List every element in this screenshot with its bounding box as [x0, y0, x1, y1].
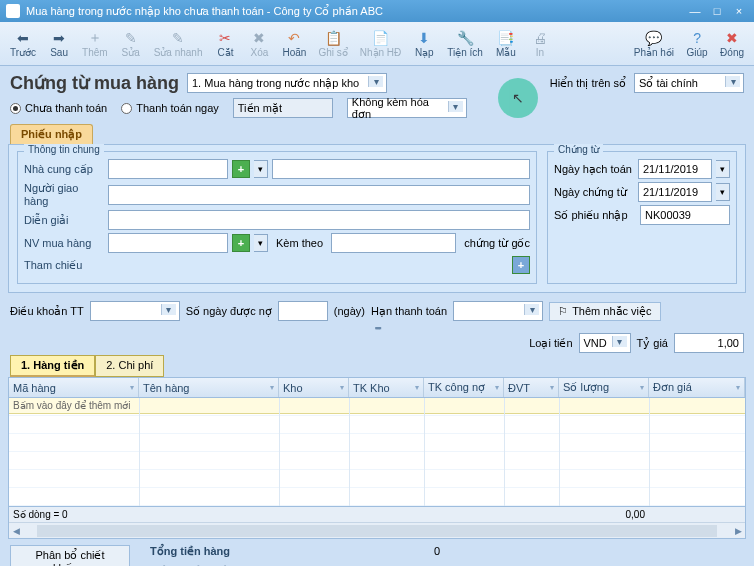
cursor-icon — [498, 78, 538, 118]
qty-sum: 0,00 — [559, 507, 649, 522]
buyer-add-button[interactable]: + — [232, 234, 250, 252]
write-button[interactable]: 📋Ghi sổ — [312, 27, 353, 60]
undo-button[interactable]: ↶Hoãn — [276, 27, 312, 60]
alloc-discount-button[interactable]: Phân bổ chiết khấu... — [10, 545, 130, 566]
voucher-no-input[interactable]: NK00039 — [640, 205, 730, 225]
acc-date-input[interactable]: 21/11/2019 — [638, 159, 712, 179]
row-count: Số dòng = 0 — [9, 507, 559, 522]
reminder-button[interactable]: ⚐Thêm nhắc việc — [549, 302, 660, 321]
prev-button[interactable]: ⬅Trước — [4, 27, 42, 60]
window-title: Mua hàng trong nước nhập kho chưa thanh … — [26, 5, 383, 18]
display-book-combo[interactable]: Sổ tài chính — [634, 73, 744, 93]
payment-method-field: Tiền mặt — [233, 98, 333, 118]
voucher-group: Chứng từ Ngày hạch toán 21/11/2019 ▾ Ngà… — [547, 151, 737, 284]
close-button[interactable]: ✖Đóng — [714, 27, 750, 60]
deliverer-input[interactable] — [108, 185, 530, 205]
currency-combo[interactable]: VND — [579, 333, 631, 353]
grid-body[interactable]: Bấm vào đây để thêm mới — [9, 398, 745, 506]
h-scrollbar[interactable]: ◀▶ — [9, 522, 745, 538]
app-icon — [6, 4, 20, 18]
doc-date-picker[interactable]: ▾ — [716, 183, 730, 201]
unpaid-radio[interactable]: Chưa thanh toán — [10, 102, 107, 115]
flag-icon: ⚐ — [558, 305, 568, 318]
supplier-add-button[interactable]: + — [232, 160, 250, 178]
cut-button[interactable]: ✂Cắt — [208, 27, 242, 60]
due-date-combo[interactable] — [453, 301, 543, 321]
util-button[interactable]: 🔧Tiện ích — [441, 27, 489, 60]
display-label: Hiển thị trên sổ — [550, 77, 626, 90]
supplier-dropdown[interactable]: ▾ — [254, 160, 268, 178]
tab-cost[interactable]: 2. Chi phí — [95, 355, 164, 377]
general-group: Thông tin chung Nhà cung cấp + ▾ Người g… — [17, 151, 537, 284]
buyer-input[interactable] — [108, 233, 228, 253]
supplier-code-input[interactable] — [108, 159, 228, 179]
terms-combo[interactable] — [90, 301, 180, 321]
buyer-dropdown[interactable]: ▾ — [254, 234, 268, 252]
template-button[interactable]: 📑Mẫu — [489, 27, 523, 60]
help-button[interactable]: ?Giúp — [680, 27, 714, 60]
ref-add-button[interactable]: + — [512, 256, 530, 274]
load-button[interactable]: ⬇Nạp — [407, 27, 441, 60]
supplier-name-input[interactable] — [272, 159, 530, 179]
add-row-placeholder[interactable]: Bấm vào đây để thêm mới — [9, 398, 745, 414]
delete-button[interactable]: ✖Xóa — [242, 27, 276, 60]
main-toolbar: ⬅Trước ➡Sau ＋Thêm ✎Sửa ✎Sửa nhanh ✂Cắt ✖… — [0, 22, 754, 66]
receive-button[interactable]: 📄Nhận HĐ — [354, 27, 408, 60]
invoice-combo[interactable]: Không kèm hóa đơn — [347, 98, 467, 118]
add-button[interactable]: ＋Thêm — [76, 27, 114, 60]
page-title: Chứng từ mua hàng — [10, 72, 179, 94]
doc-date-input[interactable]: 21/11/2019 — [638, 182, 712, 202]
feedback-button[interactable]: 💬Phản hồi — [628, 27, 680, 60]
edit-button[interactable]: ✎Sửa — [114, 27, 148, 60]
close-window-button[interactable]: × — [730, 4, 748, 18]
quickedit-button[interactable]: ✎Sửa nhanh — [148, 27, 209, 60]
days-input[interactable] — [278, 301, 328, 321]
items-grid: Mã hàng▾ Tên hàng▾ Kho▾ TK Kho▾ TK công … — [8, 377, 746, 539]
attach-input[interactable] — [331, 233, 456, 253]
entry-tab[interactable]: Phiếu nhập — [10, 124, 93, 144]
next-button[interactable]: ➡Sau — [42, 27, 76, 60]
maximize-button[interactable]: □ — [708, 4, 726, 18]
doc-type-combo[interactable]: 1. Mua hàng trong nước nhập kho — [187, 73, 387, 93]
rate-input[interactable]: 1,00 — [674, 333, 744, 353]
description-input[interactable] — [108, 210, 530, 230]
print-button[interactable]: 🖨In — [523, 27, 557, 60]
acc-date-picker[interactable]: ▾ — [716, 160, 730, 178]
minimize-button[interactable]: — — [686, 4, 704, 18]
paynow-radio[interactable]: Thanh toán ngay — [121, 102, 219, 114]
tab-goods[interactable]: 1. Hàng tiền — [10, 355, 95, 377]
